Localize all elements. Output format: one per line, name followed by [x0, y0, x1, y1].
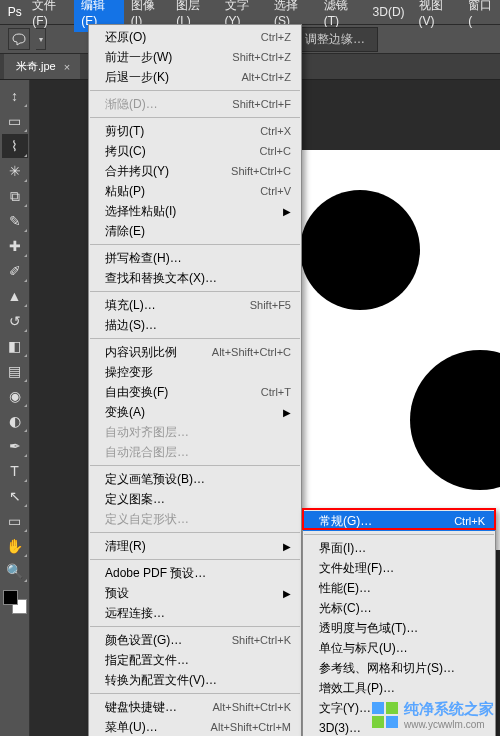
prefs-menu-item[interactable]: 单位与标尺(U)…: [303, 638, 495, 658]
prefs-menu-item[interactable]: 界面(I)…: [303, 538, 495, 558]
menubar-item[interactable]: 3D(D): [366, 1, 412, 23]
edit-menu-item[interactable]: 定义图案…: [89, 489, 301, 509]
menu-item-shortcut: Shift+Ctrl+K: [232, 634, 291, 646]
edit-menu-item[interactable]: 查找和替换文本(X)…: [89, 268, 301, 288]
menu-item-label: 转换为配置文件(V)…: [105, 672, 291, 689]
tool-preset-dropdown-icon[interactable]: ▾: [36, 28, 46, 50]
brush-tool[interactable]: ✐: [2, 259, 28, 283]
menu-item-label: 前进一步(W): [105, 49, 232, 66]
gradient-tool[interactable]: ▤: [2, 359, 28, 383]
edit-menu-item[interactable]: 键盘快捷键…Alt+Shift+Ctrl+K: [89, 697, 301, 717]
menu-item-label: 粘贴(P): [105, 183, 260, 200]
menu-item-shortcut: Shift+Ctrl+Z: [232, 51, 291, 63]
edit-menu-item[interactable]: 定义画笔预设(B)…: [89, 469, 301, 489]
prefs-menu-item[interactable]: 文件处理(F)…: [303, 558, 495, 578]
lasso-tool[interactable]: ⌇: [2, 134, 28, 158]
crop-tool[interactable]: ⧉: [2, 184, 28, 208]
edit-menu-item: 自动混合图层…: [89, 442, 301, 462]
eyedropper-tool[interactable]: ✎: [2, 209, 28, 233]
menu-item-label: 颜色设置(G)…: [105, 632, 232, 649]
close-icon[interactable]: ×: [64, 61, 70, 73]
menu-item-label: 预设: [105, 585, 277, 602]
edit-menu-item[interactable]: 拷贝(C)Ctrl+C: [89, 141, 301, 161]
watermark-logo-icon: [372, 702, 398, 728]
blur-tool[interactable]: ◉: [2, 384, 28, 408]
dodge-tool[interactable]: ◐: [2, 409, 28, 433]
type-tool[interactable]: T: [2, 459, 28, 483]
menu-item-label: 内容识别比例: [105, 344, 212, 361]
path-select-tool[interactable]: ↖: [2, 484, 28, 508]
prefs-menu-item[interactable]: 光标(C)…: [303, 598, 495, 618]
clone-stamp-tool[interactable]: ▲: [2, 284, 28, 308]
menu-item-label: 拷贝(C): [105, 143, 260, 160]
edit-menu-item[interactable]: 剪切(T)Ctrl+X: [89, 121, 301, 141]
edit-menu-item: 定义自定形状…: [89, 509, 301, 529]
prefs-menu-item[interactable]: 透明度与色域(T)…: [303, 618, 495, 638]
menu-item-label: 定义画笔预设(B)…: [105, 471, 291, 488]
refine-edge-button[interactable]: 调整边缘…: [292, 27, 378, 52]
menu-separator: [304, 534, 494, 535]
submenu-arrow-icon: ▶: [283, 407, 291, 418]
submenu-arrow-icon: ▶: [283, 206, 291, 217]
menu-item-label: 定义自定形状…: [105, 511, 291, 528]
shape-tool[interactable]: ▭: [2, 509, 28, 533]
edit-menu-item[interactable]: 选择性粘贴(I)▶: [89, 201, 301, 221]
move-tool[interactable]: ↕: [2, 84, 28, 108]
menu-item-label: 清理(R): [105, 538, 277, 555]
edit-menu-item[interactable]: 描边(S)…: [89, 315, 301, 335]
edit-menu-item[interactable]: 前进一步(W)Shift+Ctrl+Z: [89, 47, 301, 67]
prefs-menu-item[interactable]: 增效工具(P)…: [303, 678, 495, 698]
magic-wand-tool[interactable]: ✳: [2, 159, 28, 183]
watermark-title: 纯净系统之家: [404, 700, 494, 717]
menubar-item[interactable]: 窗口(: [461, 0, 500, 32]
edit-menu-item[interactable]: 填充(L)…Shift+F5: [89, 295, 301, 315]
edit-menu-item[interactable]: Adobe PDF 预设…: [89, 563, 301, 583]
tool-preset-icon[interactable]: [8, 28, 30, 50]
zoom-tool[interactable]: 🔍: [2, 559, 28, 583]
menu-item-shortcut: Alt+Ctrl+Z: [241, 71, 291, 83]
edit-menu-item[interactable]: 清除(E): [89, 221, 301, 241]
edit-menu-item[interactable]: 还原(O)Ctrl+Z: [89, 27, 301, 47]
edit-menu-item[interactable]: 菜单(U)…Alt+Shift+Ctrl+M: [89, 717, 301, 736]
menu-item-shortcut: Ctrl+C: [260, 145, 291, 157]
edit-menu-item[interactable]: 转换为配置文件(V)…: [89, 670, 301, 690]
menu-item-label: 自动混合图层…: [105, 444, 291, 461]
canvas-shape: [410, 350, 500, 490]
menubar-item[interactable]: 文件(F): [25, 0, 74, 32]
menubar-item[interactable]: 视图(V): [412, 0, 462, 32]
spot-heal-tool[interactable]: ✚: [2, 234, 28, 258]
hand-tool[interactable]: ✋: [2, 534, 28, 558]
menu-item-shortcut: Ctrl+T: [261, 386, 291, 398]
edit-menu-item[interactable]: 后退一步(K)Alt+Ctrl+Z: [89, 67, 301, 87]
edit-menu-item[interactable]: 内容识别比例Alt+Shift+Ctrl+C: [89, 342, 301, 362]
menu-item-shortcut: Alt+Shift+Ctrl+M: [211, 721, 291, 733]
edit-menu-item[interactable]: 颜色设置(G)…Shift+Ctrl+K: [89, 630, 301, 650]
history-brush-tool[interactable]: ↺: [2, 309, 28, 333]
prefs-menu-item[interactable]: 参考线、网格和切片(S)…: [303, 658, 495, 678]
edit-menu-item[interactable]: 粘贴(P)Ctrl+V: [89, 181, 301, 201]
edit-menu-item[interactable]: 合并拷贝(Y)Shift+Ctrl+C: [89, 161, 301, 181]
menu-separator: [90, 559, 300, 560]
edit-menu-item[interactable]: 变换(A)▶: [89, 402, 301, 422]
document-tab[interactable]: 米奇.jpe ×: [4, 54, 80, 79]
edit-menu-item: 渐隐(D)…Shift+Ctrl+F: [89, 94, 301, 114]
edit-menu-item[interactable]: 远程连接…: [89, 603, 301, 623]
menu-item-label: Adobe PDF 预设…: [105, 565, 291, 582]
edit-menu-item[interactable]: 操控变形: [89, 362, 301, 382]
menu-item-label: 指定配置文件…: [105, 652, 291, 669]
marquee-tool[interactable]: ▭: [2, 109, 28, 133]
menu-item-label: 变换(A): [105, 404, 277, 421]
watermark-url: www.ycwwlm.com: [404, 719, 494, 730]
prefs-menu-item[interactable]: 性能(E)…: [303, 578, 495, 598]
prefs-menu-item[interactable]: 常规(G)…Ctrl+K: [303, 511, 495, 531]
edit-menu-item[interactable]: 拼写检查(H)…: [89, 248, 301, 268]
color-swatch[interactable]: [3, 590, 27, 614]
edit-menu-item[interactable]: 指定配置文件…: [89, 650, 301, 670]
edit-menu-item[interactable]: 预设▶: [89, 583, 301, 603]
menu-separator: [90, 338, 300, 339]
eraser-tool[interactable]: ◧: [2, 334, 28, 358]
edit-menu-item[interactable]: 自由变换(F)Ctrl+T: [89, 382, 301, 402]
menu-item-shortcut: Alt+Shift+Ctrl+K: [212, 701, 291, 713]
pen-tool[interactable]: ✒: [2, 434, 28, 458]
edit-menu-item[interactable]: 清理(R)▶: [89, 536, 301, 556]
